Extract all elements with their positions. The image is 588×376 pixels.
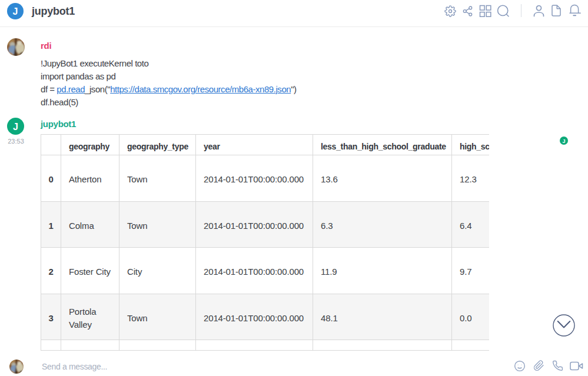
svg-text:J: J — [13, 6, 18, 16]
svg-text:J: J — [13, 122, 18, 132]
svg-text:J: J — [562, 138, 565, 144]
